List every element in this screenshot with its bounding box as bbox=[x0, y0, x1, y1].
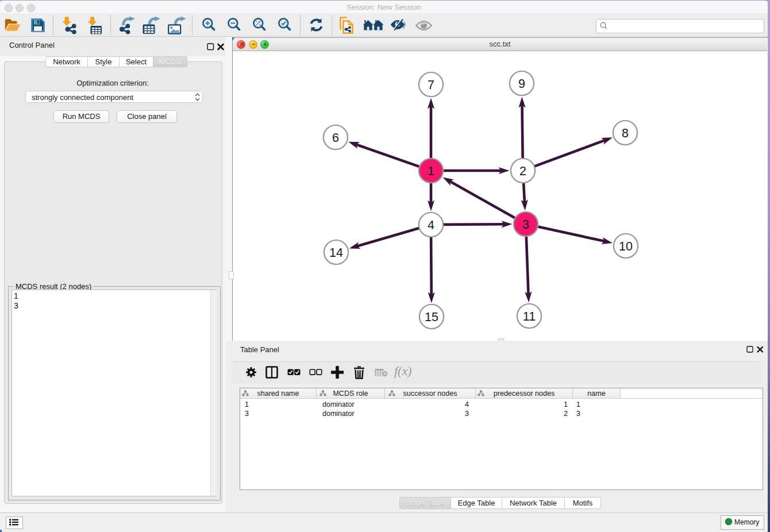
svg-text:15: 15 bbox=[425, 310, 438, 324]
svg-text:11: 11 bbox=[523, 310, 536, 323]
svg-text:6: 6 bbox=[332, 131, 339, 145]
svg-text:2: 2 bbox=[519, 164, 526, 178]
svg-text:7: 7 bbox=[428, 78, 434, 92]
svg-text:9: 9 bbox=[518, 77, 525, 91]
svg-text:8: 8 bbox=[622, 126, 629, 140]
svg-text:3: 3 bbox=[522, 218, 529, 232]
svg-text:4: 4 bbox=[428, 218, 434, 232]
svg-text:1: 1 bbox=[428, 164, 434, 178]
svg-text:14: 14 bbox=[329, 246, 343, 260]
svg-text:10: 10 bbox=[619, 240, 633, 253]
